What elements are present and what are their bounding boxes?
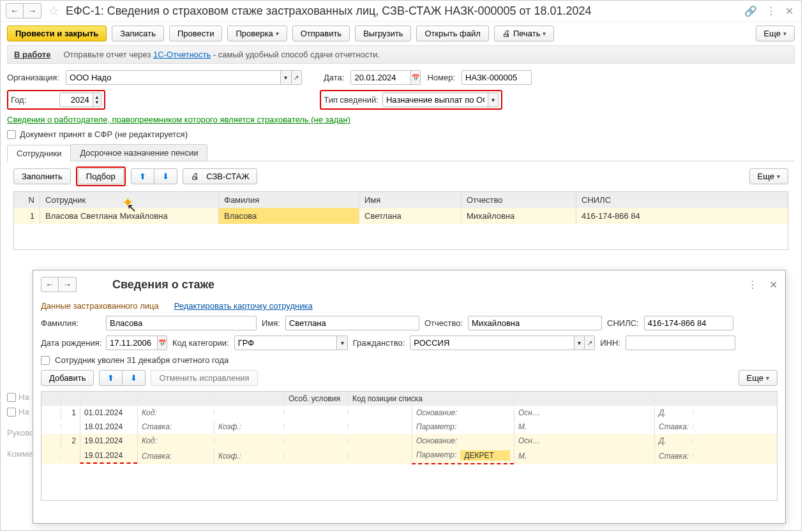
date-combo[interactable]: 📅 [350,70,421,85]
p1-stavka: Ставка: [137,420,214,434]
cell-patr: Михайловна [461,208,576,224]
close-icon[interactable]: ✕ [783,5,796,17]
m-cit-input[interactable] [410,336,574,350]
employer-link[interactable]: Сведения о работодателе, правопреемником… [7,115,350,124]
col-n[interactable]: N [14,192,40,208]
cut-label-2: На [19,407,29,417]
page-title: ЕФС-1: Сведения о страховом стаже застра… [66,4,738,18]
favorite-icon[interactable]: ☆ [48,3,59,18]
m-move-up-button[interactable]: ⬆ [99,370,123,386]
edit-card-link[interactable]: Редактировать карточку сотрудника [174,301,313,311]
open-icon[interactable]: ↗ [584,336,594,350]
m-patr-input[interactable] [468,316,602,330]
col-fam[interactable]: Фамилия [218,192,359,208]
more-label: Еще [764,29,781,38]
table-more-button[interactable]: Еще▾ [749,168,788,184]
print-button[interactable]: Печать▾ [494,26,555,41]
add-button[interactable]: Добавить [41,370,94,386]
p2-param: Параметр: [416,450,456,461]
col-osob[interactable]: Особ. условия [284,392,348,406]
fill-button[interactable]: Заполнить [13,168,71,184]
status-link[interactable]: В работе [14,50,50,59]
org-combo[interactable]: ▾ ↗ [66,70,302,85]
reporting-link[interactable]: 1С-Отчетность [153,50,211,59]
num-input[interactable] [462,70,532,85]
type-combo[interactable]: ▾ [382,92,499,107]
period-row[interactable]: 18.01.2024 Ставка: Коэф.: Параметр: М. С… [41,420,777,434]
type-input[interactable] [383,93,488,107]
chevron-down-icon[interactable]: ▾ [574,336,584,350]
p1-kod: Код: [137,406,214,420]
fired-checkbox[interactable] [41,356,50,365]
calendar-icon[interactable]: 📅 [410,71,420,84]
modal-nav-back[interactable]: ← [41,277,59,292]
m-name-input[interactable] [285,316,419,330]
cut-label-4: Комме [7,449,34,459]
calendar-icon[interactable]: 📅 [157,336,167,350]
year-spinner[interactable]: ▲▼ [59,92,101,107]
m-move-down-button[interactable]: ⬇ [123,370,146,386]
m-fam-input[interactable] [106,316,257,330]
m-more-button[interactable]: Еще▾ [739,370,777,386]
fired-label: Сотрудник уволен 31 декабря отчетного го… [55,355,229,365]
m-cit-combo[interactable]: ▾ ↗ [410,336,595,350]
m-cat-combo[interactable]: ▾ [234,336,348,350]
save-button[interactable]: Записать [112,26,164,41]
p2-param-val[interactable]: ДЕКРЕТ [460,450,510,461]
pick-button[interactable]: Подбор [78,168,124,184]
m-dob-combo[interactable]: 📅 [106,336,167,350]
m-snils-input[interactable] [644,316,733,330]
modal-nav-fwd[interactable]: → [59,277,77,292]
more-icon[interactable]: ⋮ [763,5,779,17]
date-input[interactable] [351,71,410,84]
m-cat-input[interactable] [235,336,337,350]
modal-close-icon[interactable]: ✕ [769,279,777,291]
chevron-down-icon[interactable]: ▾ [488,93,498,107]
post-button[interactable]: Провести [169,26,223,41]
nav-back[interactable]: ← [6,3,24,18]
p1-osn: Основание: [412,406,514,420]
more-button[interactable]: Еще▾ [756,26,795,41]
accepted-checkbox[interactable] [7,130,16,139]
chevron-down-icon[interactable]: ▾ [280,71,290,84]
printer-icon [191,172,199,181]
period-row[interactable]: 19.01.2024 Ставка: Коэф.: Параметр: ДЕКР… [41,448,777,464]
post-close-button[interactable]: Провести и закрыть [7,26,107,41]
move-up-button[interactable]: ⬆ [131,168,154,184]
p2-dcol: Д. [654,434,693,448]
year-input[interactable] [60,93,92,107]
check-button[interactable]: Проверка▾ [227,26,287,41]
link-icon[interactable]: 🔗 [742,5,760,17]
szv-button[interactable]: СЗВ-СТАЖ [183,168,258,184]
p1-osn2: Осн… [514,406,654,420]
move-down-button[interactable]: ⬇ [154,168,177,184]
open-icon[interactable]: ↗ [291,71,301,84]
org-input[interactable] [66,71,280,84]
spinner-icon[interactable]: ▲▼ [93,93,101,107]
nav-fwd[interactable]: → [24,3,41,18]
period-row[interactable]: 2 19.01.2024 Код: Основание: Осн… Д. [41,434,777,448]
cell-emp: Власова Светлана Михайловна [40,208,218,224]
period-row[interactable]: 1 01.01.2024 Код: Основание: Осн… Д. [41,406,777,420]
col-pos[interactable]: Код позиции списка [348,392,514,406]
col-snils[interactable]: СНИЛС [576,192,788,208]
modal-more-icon[interactable]: ⋮ [745,279,760,291]
m-dob-input[interactable] [107,336,157,350]
tab-employees[interactable]: Сотрудники [7,145,71,161]
col-patr[interactable]: Отчество [461,192,576,208]
p2-stavka: Ставка: [137,449,214,463]
send-button[interactable]: Отправить [292,26,350,41]
m-inn-input[interactable] [626,336,735,350]
cut-checkbox-1[interactable] [7,393,16,402]
chevron-down-icon[interactable]: ▾ [336,336,347,350]
open-file-button[interactable]: Открыть файл [416,26,488,41]
export-button[interactable]: Выгрузить [355,26,411,41]
col-name[interactable]: Имя [359,192,461,208]
p1-d: Д. [654,406,693,420]
col-emp[interactable]: Сотрудник [40,192,218,208]
m-fam-label: Фамилия: [41,318,101,328]
undo-button[interactable]: Отменить исправления [151,370,257,386]
tab-pension[interactable]: Досрочное назначение пенсии [70,144,207,161]
table-row[interactable]: 1 Власова Светлана Михайловна Власова Св… [14,208,788,224]
cut-checkbox-2[interactable] [7,408,16,417]
